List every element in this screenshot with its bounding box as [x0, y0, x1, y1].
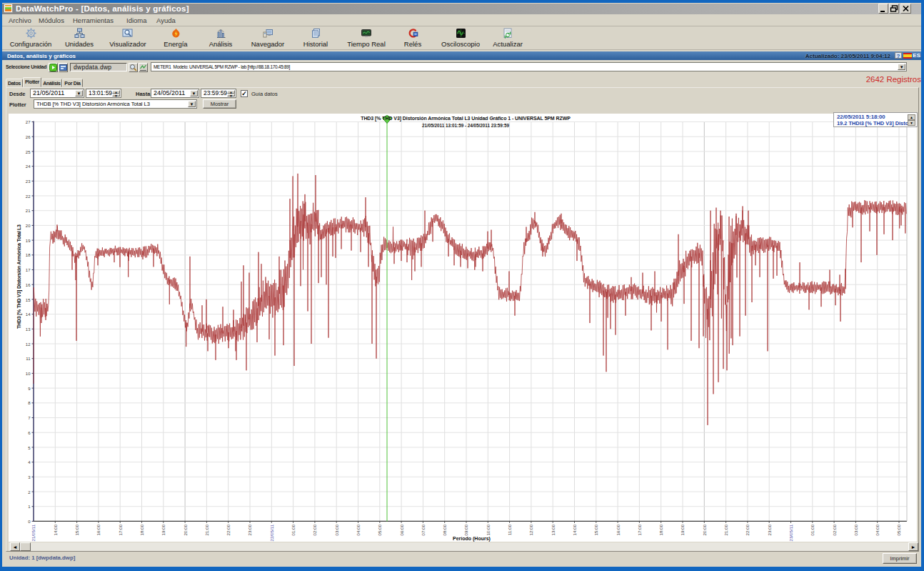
svg-text:13:00: 13:00: [551, 524, 556, 535]
svg-text:05:00: 05:00: [896, 524, 901, 535]
svg-text:16:00: 16:00: [616, 524, 621, 535]
svg-text:17: 17: [26, 268, 31, 272]
svg-text:14: 14: [26, 312, 31, 317]
svg-text:26: 26: [26, 135, 31, 139]
svg-text:04:00: 04:00: [356, 524, 361, 535]
svg-text:01:00: 01:00: [810, 524, 815, 535]
svg-text:23/05/11: 23/05/11: [788, 524, 793, 541]
svg-text:21/05/11: 21/05/11: [31, 524, 36, 541]
svg-text:11: 11: [26, 357, 31, 361]
svg-text:THD3 [% THD V3] Distorsión Arm: THD3 [% THD V3] Distorsión Armónica Tota…: [16, 224, 22, 329]
svg-text:21: 21: [26, 209, 31, 213]
svg-text:16:00: 16:00: [96, 524, 101, 535]
svg-text:18:00: 18:00: [139, 524, 144, 535]
svg-text:02:00: 02:00: [312, 524, 317, 535]
svg-text:27: 27: [26, 120, 31, 124]
svg-text:25: 25: [26, 150, 31, 154]
svg-text:20: 20: [26, 224, 31, 228]
svg-text:15: 15: [26, 298, 31, 302]
svg-text:23:00: 23:00: [247, 524, 252, 535]
svg-text:04:00: 04:00: [875, 524, 880, 535]
svg-text:02:00: 02:00: [832, 524, 837, 535]
svg-text:19:00: 19:00: [680, 524, 685, 535]
svg-text:10: 10: [26, 372, 31, 376]
svg-text:12:00: 12:00: [528, 524, 533, 535]
svg-text:15:00: 15:00: [593, 524, 598, 535]
svg-text:11:00: 11:00: [507, 524, 512, 535]
svg-text:10:00: 10:00: [486, 524, 491, 535]
svg-text:21:00: 21:00: [723, 524, 728, 535]
svg-text:19:00: 19:00: [161, 524, 166, 535]
svg-text:15:00: 15:00: [74, 524, 79, 535]
svg-text:Período (Hours): Período (Hours): [453, 536, 491, 542]
svg-text:18: 18: [26, 253, 31, 257]
svg-text:08:00: 08:00: [442, 524, 447, 535]
svg-text:22: 22: [26, 194, 31, 199]
svg-text:24: 24: [26, 164, 31, 169]
svg-text:18:00: 18:00: [658, 524, 663, 535]
svg-text:13: 13: [26, 327, 31, 332]
svg-text:17:00: 17:00: [118, 524, 123, 535]
svg-text:03:00: 03:00: [853, 524, 858, 535]
svg-text:05:00: 05:00: [377, 524, 382, 535]
svg-text:23: 23: [26, 179, 31, 184]
svg-text:22:00: 22:00: [745, 524, 750, 535]
svg-text:20:00: 20:00: [183, 524, 188, 535]
svg-text:16: 16: [26, 283, 31, 287]
svg-text:07:00: 07:00: [421, 524, 426, 535]
svg-text:23:00: 23:00: [767, 524, 772, 535]
svg-text:22/05/11: 22/05/11: [269, 524, 274, 541]
svg-text:17:00: 17:00: [637, 524, 642, 535]
svg-text:14:00: 14:00: [53, 524, 58, 535]
svg-text:22:00: 22:00: [226, 524, 231, 535]
svg-text:21/05/2011 13:01:59 - 24/05/20: 21/05/2011 13:01:59 - 24/05/2011 23:59:5…: [422, 123, 509, 128]
svg-text:21:00: 21:00: [204, 524, 209, 535]
svg-text:03:00: 03:00: [334, 524, 339, 535]
svg-text:06:00: 06:00: [399, 524, 404, 535]
svg-text:01:00: 01:00: [291, 524, 296, 535]
svg-text:20:00: 20:00: [702, 524, 707, 535]
svg-text:14:00: 14:00: [572, 524, 577, 535]
svg-text:THD3 [% THD V3] Distorsión Arm: THD3 [% THD V3] Distorsión Armónica Tota…: [361, 116, 571, 121]
svg-text:09:00: 09:00: [463, 524, 468, 535]
svg-text:19: 19: [26, 239, 31, 243]
svg-text:12: 12: [26, 342, 31, 347]
